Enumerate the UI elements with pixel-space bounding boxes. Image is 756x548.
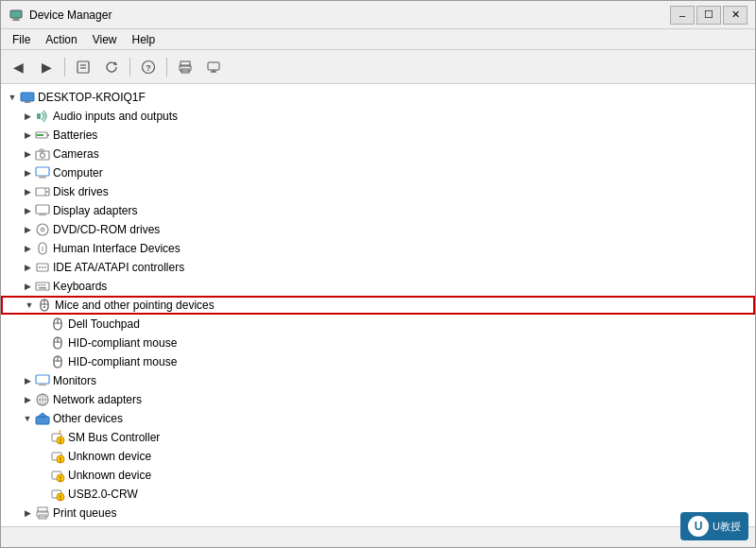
cameras-expander: ▶ [20,146,35,162]
tree-item-monitors[interactable]: ▶ Monitors [1,371,755,390]
svg-rect-12 [208,62,219,70]
disk-icon [35,184,50,199]
tree-item-ide[interactable]: ▶ IDE ATA/ATAPI controllers [1,258,755,277]
hid-label: Human Interface Devices [53,242,180,255]
svg-point-30 [46,191,48,193]
print-label: Print queues [53,506,116,520]
hid-mouse2-label: HID-compliant mouse [68,355,177,368]
root-expander: ▼ [5,90,20,105]
hid-expander: ▶ [20,241,35,256]
toolbar-forward-button[interactable]: ▶ [33,55,60,79]
toolbar-screen-button[interactable] [200,55,227,79]
svg-rect-69 [36,417,49,424]
toolbar-print-button[interactable] [172,55,198,79]
batteries-expander: ▶ [20,128,35,143]
tree-item-print[interactable]: ▶ Print queues [1,504,755,522]
tree-item-other[interactable]: ▼ Other devices [1,409,755,428]
other-expander: ▼ [20,411,35,426]
svg-rect-48 [39,287,46,289]
toolbar-help-button[interactable]: ? [135,55,162,79]
menu-view[interactable]: View [85,31,125,48]
svg-point-43 [44,266,46,268]
menu-help[interactable]: Help [125,31,163,48]
toolbar-refresh-button[interactable] [98,55,125,79]
tree-item-usb2[interactable]: ▶ ! USB2.0-CRW [1,485,755,504]
audio-label: Audio inputs and outputs [53,110,178,123]
ide-expander: ▶ [20,260,35,275]
audio-expander: ▶ [20,109,35,124]
cameras-icon [35,146,50,162]
keyboards-icon [35,279,50,294]
tree-item-dell-touchpad[interactable]: ▶ Dell Touchpad [1,315,755,334]
hid-mouse1-label: HID-compliant mouse [68,336,177,350]
tree-root[interactable]: ▼ DESKTOP-KROIQ1F [1,88,755,107]
menu-file[interactable]: File [5,31,38,48]
minimize-button[interactable]: – [670,6,695,25]
unknown2-label: Unknown device [68,469,151,482]
close-button[interactable]: ✕ [723,6,747,25]
svg-rect-0 [10,10,22,18]
smbus-label: SM Bus Controller [68,431,160,444]
tree-item-batteries[interactable]: ▶ Batteries [1,126,755,145]
tree-item-unknown-1[interactable]: ▶ ! Unknown device [1,447,755,466]
maximize-button[interactable]: ☐ [696,6,721,25]
touchpad-icon [50,317,65,332]
dvd-icon [35,222,50,237]
dvd-label: DVD/CD-ROM drives [53,223,160,236]
svg-rect-46 [41,284,43,286]
svg-rect-20 [37,134,43,136]
ide-label: IDE ATA/ATAPI controllers [53,261,184,274]
hid-icon [35,241,50,256]
toolbar-properties-button[interactable] [70,55,96,79]
tree-item-keyboards[interactable]: ▶ Keyboards [1,277,755,296]
tree-item-unknown-2[interactable]: ▶ ! Unknown device [1,466,755,485]
svg-point-42 [42,266,43,268]
svg-rect-1 [13,18,19,20]
tree-item-disk[interactable]: ▶ Disk drives [1,182,755,201]
tree-item-dvd[interactable]: ▶ DVD/CD-ROM drives [1,220,755,239]
computer-icon [35,165,50,180]
usb2-icon: ! [50,487,65,502]
tree-item-audio[interactable]: ▶ Audio inputs and outputs [1,107,755,126]
tree-item-smbus[interactable]: ▶ ! ! SM Bus Controller [1,428,755,447]
disk-label: Disk drives [53,185,109,198]
computer-expander: ▶ [20,165,35,180]
tree-item-display[interactable]: ▶ Display adapters [1,201,755,220]
smbus-icon: ! ! [50,430,65,445]
svg-point-52 [43,306,45,308]
network-label: Network adapters [53,393,142,406]
tree-item-hid-mouse-1[interactable]: ▶ HID-compliant mouse [1,334,755,352]
tree-item-network[interactable]: ▶ Network adapters [1,390,755,409]
unknown2-icon: ! [50,468,65,483]
menu-action[interactable]: Action [38,31,84,48]
svg-rect-2 [12,20,20,21]
monitors-icon [35,373,50,388]
svg-rect-45 [38,284,40,286]
root-icon [20,90,35,105]
svg-text:!: ! [60,494,61,501]
title-bar-icon [9,8,24,23]
cameras-label: Cameras [53,147,99,161]
svg-rect-25 [36,167,49,176]
mice-expander: ▼ [22,298,37,313]
tree-item-hid-mouse-2[interactable]: ▶ HID-compliant mouse [1,352,755,371]
unknown1-label: Unknown device [68,450,151,463]
toolbar-separator-3 [166,58,167,77]
network-icon [35,392,50,407]
tree-item-mice[interactable]: ▼ Mice and other pointing devices [1,296,755,315]
svg-rect-3 [77,61,89,73]
tree-item-cameras[interactable]: ▶ Cameras [1,145,755,163]
tree-view-container[interactable]: ▼ DESKTOP-KROIQ1F ▶ [1,84,755,526]
tree-item-hid[interactable]: ▶ Human Interface Devices [1,239,755,258]
monitors-label: Monitors [53,374,96,387]
tree-item-computer[interactable]: ▶ Computer [1,163,755,182]
other-icon [35,411,50,426]
monitors-expander: ▶ [20,373,35,388]
display-expander: ▶ [20,203,35,218]
mice-icon [37,298,52,313]
toolbar-back-button[interactable]: ◀ [5,55,31,79]
watermark-icon: U [688,516,709,537]
usb2-label: USB2.0-CRW [68,488,138,501]
svg-rect-31 [36,205,49,214]
batteries-icon [35,128,50,143]
